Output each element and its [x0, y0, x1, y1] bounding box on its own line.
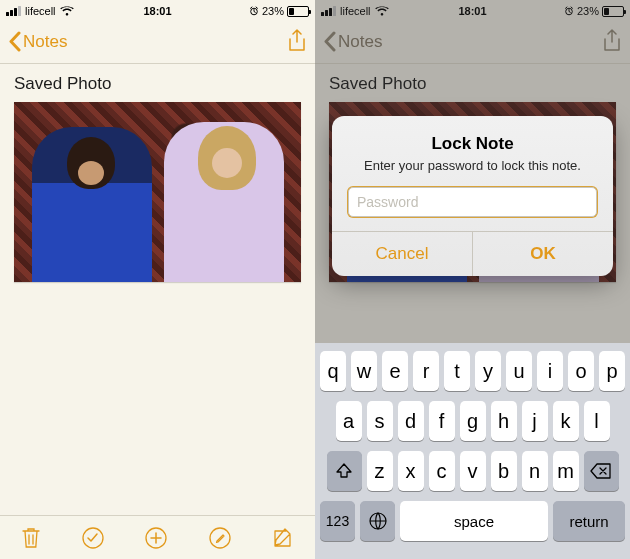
key-f[interactable]: f: [429, 401, 455, 441]
key-l[interactable]: l: [584, 401, 610, 441]
note-photo[interactable]: [14, 102, 301, 282]
back-button: Notes: [323, 31, 382, 52]
clock: 18:01: [315, 5, 630, 17]
alert-title: Lock Note: [348, 134, 597, 154]
password-input[interactable]: [348, 187, 597, 217]
checklist-icon[interactable]: [81, 526, 105, 550]
key-n[interactable]: n: [522, 451, 548, 491]
keyboard[interactable]: qwertyuiop asdfghjkl zxcvbnm 123 space r…: [315, 343, 630, 559]
key-h[interactable]: h: [491, 401, 517, 441]
cancel-button[interactable]: Cancel: [332, 232, 472, 276]
lock-note-alert: Lock Note Enter your password to lock th…: [332, 116, 613, 276]
key-k[interactable]: k: [553, 401, 579, 441]
key-m[interactable]: m: [553, 451, 579, 491]
share-icon: [602, 29, 622, 54]
trash-icon[interactable]: [20, 526, 42, 550]
add-attachment-icon[interactable]: [144, 526, 168, 550]
key-g[interactable]: g: [460, 401, 486, 441]
return-key[interactable]: return: [553, 501, 625, 541]
key-i[interactable]: i: [537, 351, 563, 391]
battery-icon: [602, 6, 624, 17]
key-y[interactable]: y: [475, 351, 501, 391]
key-q[interactable]: q: [320, 351, 346, 391]
key-x[interactable]: x: [398, 451, 424, 491]
note-title: Saved Photo: [14, 74, 301, 94]
backspace-icon: [590, 463, 612, 479]
key-u[interactable]: u: [506, 351, 532, 391]
nav-bar: Notes: [0, 20, 315, 64]
key-s[interactable]: s: [367, 401, 393, 441]
back-label: Notes: [23, 32, 67, 52]
note-title: Saved Photo: [329, 74, 616, 94]
status-bar: lifecell 18:01 23%: [315, 0, 630, 20]
key-d[interactable]: d: [398, 401, 424, 441]
key-b[interactable]: b: [491, 451, 517, 491]
backspace-key[interactable]: [584, 451, 619, 491]
share-icon[interactable]: [287, 29, 307, 54]
nav-bar: Notes: [315, 20, 630, 64]
sketch-icon[interactable]: [208, 526, 232, 550]
key-v[interactable]: v: [460, 451, 486, 491]
key-w[interactable]: w: [351, 351, 377, 391]
screen-notes: lifecell 18:01 23% Notes Saved Photo: [0, 0, 315, 559]
key-r[interactable]: r: [413, 351, 439, 391]
key-e[interactable]: e: [382, 351, 408, 391]
status-bar: lifecell 18:01 23%: [0, 0, 315, 20]
globe-icon: [368, 511, 388, 531]
shift-key[interactable]: [327, 451, 362, 491]
chevron-left-icon: [323, 31, 336, 52]
space-key[interactable]: space: [400, 501, 548, 541]
key-t[interactable]: t: [444, 351, 470, 391]
numbers-key[interactable]: 123: [320, 501, 355, 541]
clock: 18:01: [0, 5, 315, 17]
alert-message: Enter your password to lock this note.: [348, 158, 597, 173]
back-button[interactable]: Notes: [8, 31, 67, 52]
key-o[interactable]: o: [568, 351, 594, 391]
bottom-toolbar: [0, 515, 315, 559]
battery-icon: [287, 6, 309, 17]
back-label: Notes: [338, 32, 382, 52]
chevron-left-icon: [8, 31, 21, 52]
ok-button[interactable]: OK: [472, 232, 613, 276]
key-z[interactable]: z: [367, 451, 393, 491]
key-p[interactable]: p: [599, 351, 625, 391]
key-j[interactable]: j: [522, 401, 548, 441]
screen-lock-dialog: lifecell 18:01 23% Notes Saved Photo: [315, 0, 630, 559]
note-body[interactable]: Saved Photo: [0, 64, 315, 292]
key-c[interactable]: c: [429, 451, 455, 491]
key-a[interactable]: a: [336, 401, 362, 441]
compose-icon[interactable]: [271, 526, 295, 550]
shift-icon: [335, 463, 353, 479]
globe-key[interactable]: [360, 501, 395, 541]
